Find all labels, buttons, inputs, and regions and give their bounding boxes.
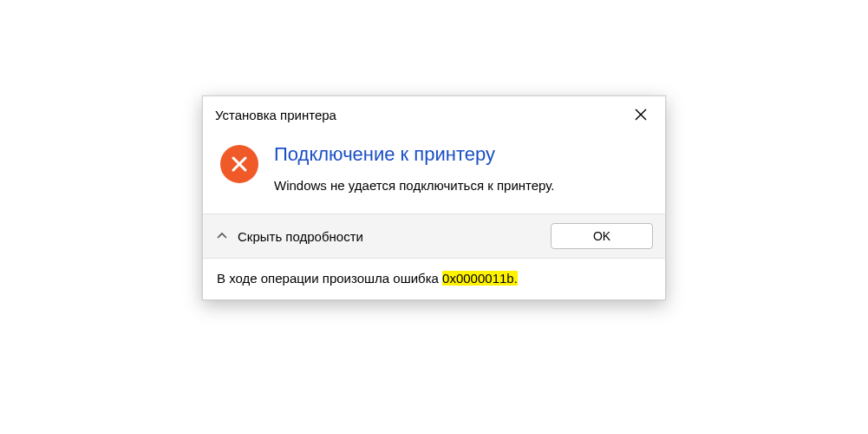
dialog-message: Windows не удается подключиться к принте… [274,176,648,194]
dialog-heading: Подключение к принтеру [274,143,648,166]
content-text: Подключение к принтеру Windows не удаетс… [274,143,648,194]
details-toggle[interactable]: Скрыть подробности [215,229,363,244]
details-panel: В ходе операции произошла ошибка 0x00000… [203,258,665,299]
details-toggle-label: Скрыть подробности [238,229,363,244]
dialog-footer: Скрыть подробности OK [203,214,665,258]
ok-button-label: OK [593,229,610,243]
dialog-content: Подключение к принтеру Windows не удаетс… [203,131,665,214]
close-icon [635,108,647,121]
chevron-up-icon [215,229,229,243]
error-icon [220,145,258,183]
error-code: 0x0000011b [442,271,514,286]
details-suffix: . [514,271,518,286]
close-button[interactable] [625,103,656,126]
details-prefix: В ходе операции произошла ошибка [217,271,442,286]
dialog-title: Установка принтера [215,108,336,122]
ok-button[interactable]: OK [551,223,653,249]
dialog-window: Установка принтера Подключение к принтер… [202,95,666,300]
titlebar: Установка принтера [203,96,665,131]
